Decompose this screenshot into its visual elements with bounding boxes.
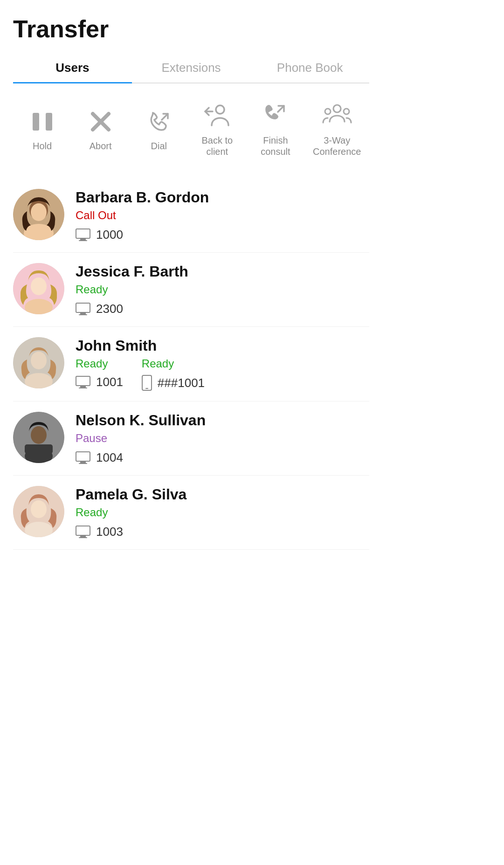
svg-rect-16	[80, 238, 86, 240]
ext-number: 2300	[96, 302, 123, 316]
ext-number: 1004	[96, 450, 123, 465]
svg-point-5	[216, 105, 224, 114]
page-container: Transfer Users Extensions Phone Book Hol…	[0, 0, 382, 568]
abort-label: Abort	[90, 140, 112, 152]
user-status-pamela: Ready	[76, 506, 369, 519]
ext-number: 1003	[96, 525, 123, 539]
desktop-icon	[76, 376, 90, 389]
svg-rect-17	[79, 240, 87, 241]
ext-block-mobile: Ready ###1001	[142, 357, 205, 391]
tabs-bar: Users Extensions Phone Book	[13, 54, 369, 83]
svg-rect-0	[33, 113, 39, 131]
svg-rect-31	[145, 388, 148, 389]
3way-icon	[322, 101, 352, 131]
user-name-jessica: Jessica F. Barth	[76, 263, 369, 280]
svg-rect-15	[76, 229, 90, 238]
finish-consult-button[interactable]: Finish consult	[255, 101, 297, 157]
user-name-john: John Smith	[76, 337, 369, 354]
desktop-icon	[76, 451, 90, 464]
svg-rect-36	[76, 452, 90, 461]
ext-block: 2300	[76, 302, 123, 316]
user-status-john-desktop: Ready	[76, 357, 123, 370]
svg-point-20	[31, 277, 47, 295]
actions-row: Hold Abort Dial	[13, 97, 369, 162]
user-info-pamela: Pamela G. Silva Ready 10	[76, 486, 369, 539]
abort-button[interactable]: Abort	[80, 107, 122, 152]
svg-rect-42	[76, 526, 90, 535]
user-item-jessica[interactable]: Jessica F. Barth Ready 2	[13, 253, 369, 327]
user-list: Barbara B. Gordon Call Out	[13, 179, 369, 550]
user-name-nelson: Nelson K. Sullivan	[76, 412, 369, 429]
user-item-pamela[interactable]: Pamela G. Silva Ready 10	[13, 476, 369, 550]
abort-icon	[86, 107, 116, 137]
svg-point-9	[325, 109, 331, 114]
mobile-icon	[142, 375, 152, 391]
user-extensions-barbara: 1000	[76, 228, 369, 242]
user-status-john-mobile: Ready	[142, 357, 205, 370]
svg-rect-22	[80, 312, 86, 314]
user-extensions-nelson: 1004	[76, 450, 369, 465]
ext-row: ###1001	[142, 375, 205, 391]
user-name-pamela: Pamela G. Silva	[76, 486, 369, 503]
hold-icon	[28, 107, 57, 137]
svg-point-8	[333, 105, 341, 112]
avatar-jessica	[13, 263, 64, 314]
svg-point-14	[31, 203, 47, 221]
ext-block: 1004	[76, 450, 123, 465]
ext-row: 1004	[76, 450, 123, 465]
svg-rect-44	[79, 537, 87, 538]
dial-icon	[144, 107, 174, 137]
user-item-barbara[interactable]: Barbara B. Gordon Call Out	[13, 179, 369, 253]
ext-block: 1003	[76, 525, 123, 539]
svg-line-4	[162, 114, 168, 120]
svg-line-7	[278, 106, 284, 112]
avatar-john	[13, 337, 64, 388]
user-status-barbara: Call Out	[76, 209, 369, 222]
tab-phonebook[interactable]: Phone Book	[250, 54, 369, 83]
ext-number: ###1001	[158, 376, 205, 390]
back-to-client-button[interactable]: Back to client	[196, 101, 238, 157]
ext-number: 1001	[96, 375, 123, 389]
finish-consult-label: Finish consult	[261, 135, 290, 157]
desktop-icon	[76, 228, 90, 242]
user-info-nelson: Nelson K. Sullivan Pause	[76, 412, 369, 465]
dial-label: Dial	[151, 140, 167, 152]
ext-number: 1000	[96, 228, 123, 242]
tab-users[interactable]: Users	[13, 54, 132, 83]
user-extensions-john: Ready 1001	[76, 357, 369, 391]
svg-rect-37	[80, 461, 86, 463]
desktop-icon	[76, 303, 90, 316]
svg-point-10	[344, 109, 349, 114]
3way-button[interactable]: 3-Way Conference	[313, 101, 361, 157]
svg-rect-27	[76, 376, 90, 386]
user-extensions-jessica: 2300	[76, 302, 369, 316]
user-info-barbara: Barbara B. Gordon Call Out	[76, 189, 369, 242]
tab-extensions[interactable]: Extensions	[132, 54, 251, 83]
back-to-client-icon	[202, 101, 232, 131]
svg-point-41	[31, 500, 47, 518]
user-status-nelson: Pause	[76, 432, 369, 445]
page-title: Transfer	[13, 15, 369, 43]
user-status-jessica: Ready	[76, 283, 369, 296]
finish-consult-icon	[261, 101, 290, 131]
svg-rect-1	[46, 113, 52, 131]
svg-rect-23	[79, 314, 87, 315]
user-item-nelson[interactable]: Nelson K. Sullivan Pause	[13, 401, 369, 476]
ext-block: 1000	[76, 228, 123, 242]
hold-button[interactable]: Hold	[21, 107, 63, 152]
svg-rect-28	[80, 386, 86, 388]
hold-label: Hold	[33, 140, 52, 152]
user-info-john: John Smith Ready	[76, 337, 369, 391]
user-info-jessica: Jessica F. Barth Ready 2	[76, 263, 369, 316]
svg-rect-21	[76, 303, 90, 312]
svg-point-34	[31, 426, 47, 444]
ext-row: 1003	[76, 525, 123, 539]
svg-rect-35	[25, 444, 53, 454]
avatar-nelson	[13, 412, 64, 463]
dial-button[interactable]: Dial	[138, 107, 180, 152]
svg-rect-38	[79, 463, 87, 464]
user-item-john[interactable]: John Smith Ready	[13, 327, 369, 401]
desktop-icon	[76, 526, 90, 539]
user-name-barbara: Barbara B. Gordon	[76, 189, 369, 206]
avatar-barbara	[13, 189, 64, 240]
